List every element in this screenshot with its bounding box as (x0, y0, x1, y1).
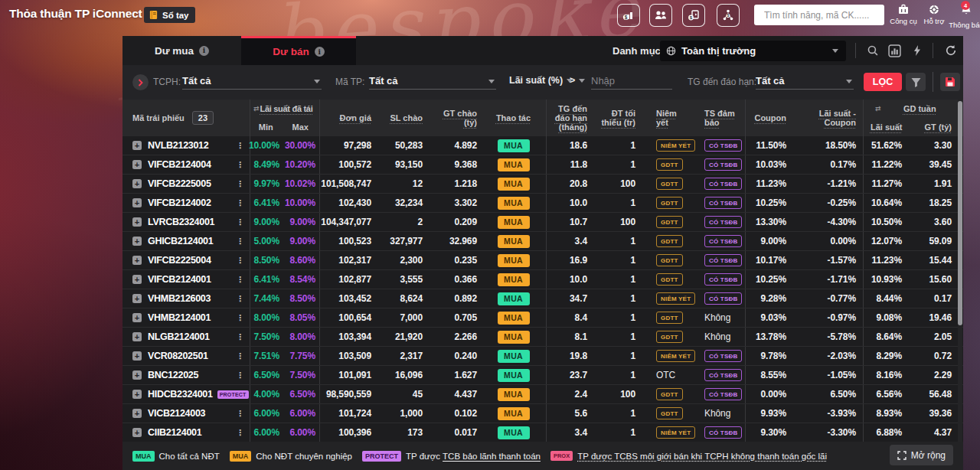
flash-icon[interactable] (912, 44, 923, 57)
row-menu-button[interactable]: ⋮ (236, 332, 244, 342)
ma-tp-dropdown[interactable]: Tất cả (369, 73, 496, 90)
notifications-menu[interactable]: 4 Thông báo (949, 4, 980, 29)
swap-columns-icon[interactable]: ⇄ (875, 105, 881, 113)
col-sl-chao[interactable]: SL chào (375, 100, 426, 136)
mua-button[interactable]: MUA (498, 350, 530, 363)
filter-apply-button[interactable]: LỌC (864, 73, 902, 91)
col-min[interactable]: Min (250, 122, 282, 132)
row-menu-button[interactable]: ⋮ (236, 313, 244, 323)
global-search-input[interactable] (754, 10, 883, 21)
mua-button[interactable]: MUA (498, 273, 530, 286)
expand-row-button[interactable]: + (132, 294, 142, 303)
mua-button[interactable]: MUA (498, 388, 530, 401)
swap-columns-icon[interactable]: ⇄ (253, 105, 260, 113)
row-menu-button[interactable]: ⋮ (236, 256, 244, 266)
expand-row-button[interactable]: + (132, 160, 142, 169)
expand-row-button[interactable]: + (132, 198, 142, 207)
support-menu[interactable]: Hỗ trợ (917, 4, 951, 25)
expand-row-button[interactable]: + (132, 275, 142, 284)
tab-du-ban[interactable]: Dư bán i (241, 36, 356, 65)
tools-menu[interactable]: Công cụ (887, 4, 920, 25)
col-ma-trai-phieu[interactable]: Mã trái phiếu 23 (122, 100, 250, 136)
expand-row-button[interactable]: + (132, 332, 142, 341)
expand-row-button[interactable]: + (132, 179, 142, 188)
expand-row-button[interactable]: + (132, 141, 142, 150)
mua-button[interactable]: MUA (498, 426, 530, 439)
row-menu-button[interactable]: ⋮ (236, 141, 244, 151)
col-max[interactable]: Max (282, 122, 319, 132)
mua-button[interactable]: MUA (498, 312, 530, 325)
tcph-dropdown[interactable]: Tất cả (182, 73, 322, 90)
expand-row-button[interactable]: + (132, 256, 142, 265)
col-lai-suat-coupon[interactable]: Lãi suất - Coupon (792, 100, 863, 136)
expand-row-button[interactable]: + (132, 313, 142, 322)
mua-button[interactable]: MUA (498, 139, 530, 152)
col-dt-toi-thieu[interactable]: ĐT tối thiểu (tr) (593, 100, 642, 136)
row-menu-button[interactable]: ⋮ (236, 217, 244, 227)
rate-input[interactable]: Nhập (591, 73, 672, 90)
col-gt-chao[interactable]: GT chào (tỷ) (426, 100, 481, 136)
col-coupon[interactable]: Coupon (745, 100, 792, 136)
expand-row-button[interactable]: + (132, 390, 142, 399)
mua-button[interactable]: MUA (498, 407, 530, 420)
max-rate-cell: 8.60% (281, 251, 319, 269)
expand-row-button[interactable]: + (132, 237, 142, 246)
row-menu-button[interactable]: ⋮ (236, 160, 244, 170)
expand-row-button[interactable]: + (132, 409, 142, 418)
collapse-filters-button[interactable] (132, 74, 149, 90)
col-thao-tac[interactable]: Thao tác (481, 100, 546, 136)
col-don-gia[interactable]: Đơn giá (319, 100, 375, 136)
customers-button[interactable] (649, 4, 672, 27)
row-menu-button[interactable]: ⋮ (236, 294, 244, 304)
row-menu-button[interactable]: ⋮ (236, 351, 244, 361)
gd-gt-cell: 1.91 (908, 175, 958, 193)
row-menu-button[interactable]: ⋮ (236, 275, 244, 285)
mua-button[interactable]: MUA (498, 216, 530, 229)
mua-button[interactable]: MUA (498, 331, 530, 344)
mua-button[interactable]: MUA (498, 197, 530, 210)
mua-button[interactable]: MUA (498, 292, 530, 305)
table-row: +VHMB2124001⋮8.00%8.05%100,6547,0000.705… (122, 308, 963, 328)
expand-row-button[interactable]: + (132, 351, 142, 361)
network-button[interactable]: $ (717, 4, 740, 27)
listing-cell: NIÊM YẾT (642, 289, 703, 308)
protect-badge: PROTECT (217, 390, 249, 399)
row-menu-button[interactable]: ⋮ (236, 409, 244, 419)
scrollbar-track[interactable] (958, 100, 962, 442)
col-gd-gt[interactable]: GT (tỷ) (909, 122, 958, 132)
maturity-dropdown[interactable]: Tất cả (756, 73, 854, 90)
lai-suat-dropdown[interactable]: Lãi suất (%) (509, 75, 573, 86)
col-tg-dao-han[interactable]: TG đến đáo hạn (tháng) (546, 100, 593, 136)
save-filter-button[interactable] (940, 73, 960, 91)
clear-filter-button[interactable] (906, 73, 926, 91)
tab-du-mua[interactable]: Dư mua i (122, 36, 241, 65)
row-menu-button[interactable]: ⋮ (236, 428, 244, 438)
col-niem-yet[interactable]: Niêm yết (642, 100, 703, 136)
mua-button[interactable]: MUA (498, 235, 530, 248)
mua-button[interactable]: MUA (498, 178, 530, 191)
table-body: +NVLB2123012⋮10.00%30.00%97,29850,2834.8… (122, 136, 963, 442)
row-menu-button[interactable]: ⋮ (236, 237, 244, 246)
money-transfer-button[interactable]: $ (682, 4, 705, 27)
mua-button[interactable]: MUA (498, 369, 530, 382)
mua-button[interactable]: MUA (498, 254, 530, 267)
mua-button[interactable]: MUA (498, 158, 530, 171)
row-menu-button[interactable]: ⋮ (236, 370, 244, 380)
expand-button[interactable]: Mở rộng (890, 445, 953, 465)
row-menu-button[interactable]: ⋮ (236, 179, 244, 189)
operator-dropdown[interactable]: > (570, 75, 585, 86)
search-table-icon[interactable] (867, 44, 879, 57)
notebook-button[interactable]: Sổ tay (144, 7, 195, 23)
refresh-icon[interactable] (945, 44, 957, 57)
money-chart-button[interactable]: $ (617, 4, 640, 27)
scrollbar-thumb[interactable] (958, 101, 962, 325)
chart-view-icon[interactable] (888, 44, 901, 57)
expand-row-button[interactable]: + (132, 370, 142, 380)
expand-row-button[interactable]: + (132, 428, 142, 437)
row-menu-button[interactable]: ⋮ (236, 198, 244, 208)
watchlist-dropdown[interactable]: Toàn thị trường (660, 41, 846, 61)
expand-row-button[interactable]: + (132, 217, 142, 227)
col-gd-lai-suat[interactable]: Lãi suất (864, 122, 909, 132)
listing-badge: GDTT (656, 216, 683, 228)
col-ts-dam-bao[interactable]: TS đảm bảo (703, 100, 745, 136)
